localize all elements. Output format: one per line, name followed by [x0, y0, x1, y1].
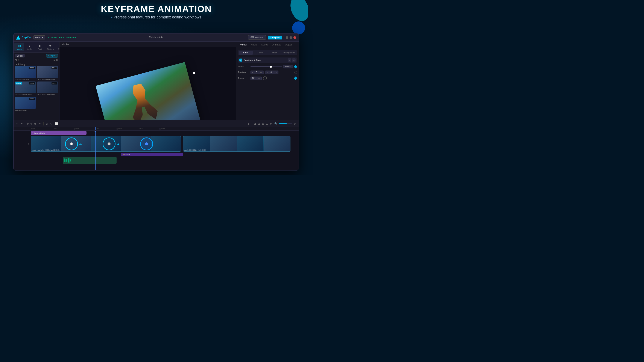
- reset-button[interactable]: ↺: [288, 58, 291, 62]
- position-y-field[interactable]: Y 0 ▲▼: [265, 70, 278, 74]
- list-item[interactable]: 00:32 RE127838721412.mp4: [37, 66, 58, 80]
- corner-handle-tr[interactable]: [193, 72, 195, 74]
- list-item[interactable]: 00:32 CRST001334.mov: [15, 66, 36, 80]
- added-badge: Added: [16, 82, 22, 84]
- import-button[interactable]: + Import: [46, 54, 58, 57]
- wave-bar: [70, 158, 70, 163]
- mask-tool[interactable]: ⬜: [54, 122, 59, 126]
- media-thumb-2[interactable]: 00:32: [37, 66, 58, 78]
- menu-button[interactable]: Menu ▾: [33, 35, 45, 39]
- window-controls: [286, 36, 296, 39]
- rotate-keyframe-diamond[interactable]: [294, 76, 298, 80]
- zoom-label: Zoom: [238, 65, 249, 68]
- settings-icon[interactable]: ⚙: [293, 122, 296, 126]
- toolbar-audio[interactable]: ♪ Audio: [25, 43, 34, 51]
- track-ctrl-1[interactable]: ⊞: [253, 122, 256, 126]
- split-tool[interactable]: ⊢⊣: [26, 122, 32, 126]
- media-thumb-1[interactable]: 00:32: [15, 66, 36, 78]
- rotate-arrows[interactable]: ▲▼: [258, 78, 260, 79]
- audio-waveform: [63, 157, 116, 164]
- tab-animate[interactable]: Animate: [270, 42, 283, 48]
- minimize-button[interactable]: [286, 36, 288, 39]
- second-video-clip[interactable]: pexels-6008893.jpg 00:00:06:00: [183, 136, 290, 152]
- robust-clip[interactable]: ⚡ Robust: [121, 153, 183, 156]
- tab-speed[interactable]: Speed: [259, 42, 270, 48]
- maximize-button[interactable]: [290, 36, 292, 39]
- rotate-dial[interactable]: [263, 76, 267, 80]
- media-thumb-5[interactable]: 00:32: [15, 97, 36, 109]
- tab-background[interactable]: Background: [282, 51, 296, 55]
- toolbar-media[interactable]: ▤ Media: [14, 43, 24, 51]
- x-arrows[interactable]: ▲▼: [260, 72, 262, 73]
- media-grid: 00:32 CRST001334.mov 00:32 RE12783872141…: [15, 66, 58, 111]
- local-tab[interactable]: Local: [15, 54, 25, 57]
- audio-clip[interactable]: [63, 157, 116, 164]
- camera-shake-clip[interactable]: ⤡ Camera Shake: [31, 131, 86, 135]
- diamond-reset-button[interactable]: ◇: [292, 58, 296, 62]
- star-icon: ☆: [28, 143, 30, 145]
- crop-tool[interactable]: ⊡: [45, 122, 48, 126]
- app-name: CapCut: [22, 36, 32, 39]
- zoom-bar[interactable]: [279, 123, 292, 124]
- tl-mark-2: | 00:04: [74, 128, 95, 129]
- toolbar-text[interactable]: TI Text: [35, 43, 45, 51]
- media-thumb-4[interactable]: 00:32: [37, 81, 58, 93]
- view-icons: ☰ ⊞: [54, 59, 58, 61]
- rotate-label: Rotate: [238, 77, 249, 79]
- position-keyframe-diamond[interactable]: [294, 70, 298, 74]
- position-xy: X 0 ▲▼ Y 0 ▲▼: [250, 70, 293, 74]
- wave-bar: [64, 159, 64, 161]
- robust-track: ⚡ Robust: [14, 152, 298, 157]
- audio-icon: ♪: [28, 44, 32, 48]
- export-button[interactable]: ↑ Export: [268, 35, 282, 39]
- list-item[interactable]: 00:32 material 01.mp4: [15, 97, 36, 111]
- tl-mark-6: | 00:12: [160, 128, 181, 129]
- zoom-slider-thumb[interactable]: [270, 66, 272, 68]
- position-x-field[interactable]: X 0 ▲▼: [250, 70, 264, 74]
- app-logo: CapCut: [16, 35, 32, 40]
- shortcut-button[interactable]: ⌨ Shortcut: [248, 35, 266, 40]
- list-item[interactable]: 00:32 Added RE127838721412.mp4: [15, 81, 36, 96]
- track-ctrl-5[interactable]: ⊢: [270, 122, 273, 126]
- select-tool[interactable]: ↖: [16, 122, 19, 126]
- zoom-slider[interactable]: [250, 66, 282, 67]
- export-label: Export: [272, 36, 280, 39]
- media-thumb-3[interactable]: 00:32 Added: [15, 81, 36, 93]
- section-checkbox[interactable]: ✓: [239, 58, 242, 61]
- main-video-track: ☆ pexels-mary-taylor-6008916.jpg: [14, 135, 298, 152]
- list-item[interactable]: 00:32 RE127838721412.mp4: [37, 81, 58, 96]
- wave-bar: [68, 158, 69, 163]
- all-button[interactable]: All: [15, 59, 17, 61]
- undo-tool[interactable]: ↩: [20, 122, 24, 126]
- rotate-value-field[interactable]: 20° ▲▼: [250, 76, 262, 80]
- zoom-keyframe-diamond[interactable]: [294, 65, 298, 68]
- zoom-arrows[interactable]: ▲▼: [289, 66, 292, 67]
- inner-tabs: Basic Cutout Mask Background: [238, 50, 297, 55]
- track-ctrl-2[interactable]: ⊟: [257, 122, 260, 126]
- library-label: Library: [18, 63, 26, 66]
- zoom-value[interactable]: 65% ▲▼: [283, 65, 293, 68]
- track-ctrl-3[interactable]: ⊠: [261, 122, 265, 126]
- tab-adjust[interactable]: Adjust: [283, 42, 294, 48]
- list-view-icon[interactable]: ☰: [54, 59, 56, 61]
- zoom-out-icon[interactable]: 🔍: [274, 122, 278, 126]
- tab-mask[interactable]: Mask: [268, 51, 282, 55]
- tab-cutout[interactable]: Cutout: [253, 51, 268, 55]
- delete-tool[interactable]: 🗑: [34, 122, 37, 126]
- track-ctrl-4[interactable]: ⊡: [265, 122, 269, 126]
- mic-icon[interactable]: 🎙: [247, 122, 250, 126]
- library-item[interactable]: ▶ Library: [15, 62, 58, 66]
- grid-view-icon[interactable]: ⊞: [56, 59, 58, 61]
- y-arrows[interactable]: ▲▼: [274, 72, 277, 73]
- tab-basic[interactable]: Basic: [239, 51, 253, 55]
- close-button[interactable]: [294, 36, 296, 39]
- tab-visual[interactable]: Visual: [238, 42, 249, 48]
- menu-label: Menu: [35, 36, 41, 39]
- rotate-tool[interactable]: ↻: [50, 122, 53, 126]
- clip2-frame-2: [210, 136, 237, 151]
- tab-audio[interactable]: Audio: [249, 42, 259, 48]
- redo-tool[interactable]: ↪: [39, 122, 42, 126]
- robust-icon: ⚡: [122, 154, 124, 156]
- toolbar-stickers[interactable]: ★ Stickers: [45, 43, 55, 51]
- export-icon: ↑: [270, 36, 272, 39]
